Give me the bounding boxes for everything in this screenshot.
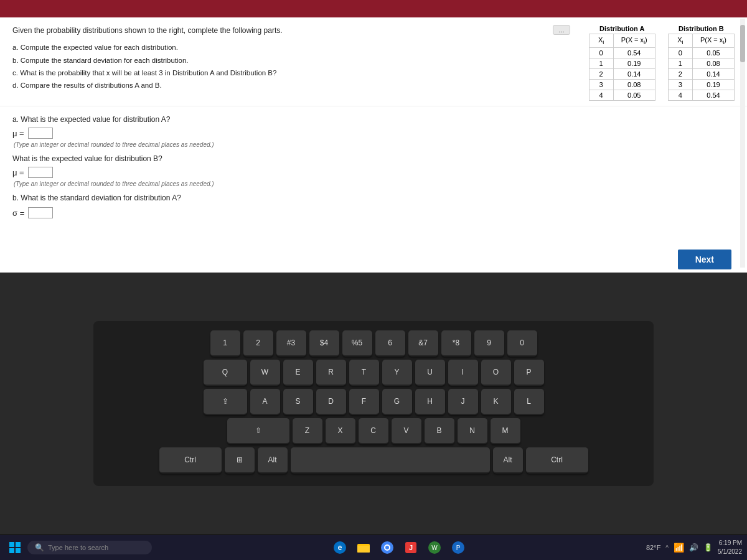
key-c[interactable]: C (359, 418, 388, 444)
hint-text-a: (Type an integer or decimal rounded to t… (14, 141, 735, 148)
key-4[interactable]: $4 (309, 330, 339, 357)
distribution-a-table: Xi P(X = xi) 0 0.54 1 0.19 (589, 34, 655, 101)
svg-point-10 (385, 546, 389, 549)
taskbar-app-icons: e J W (330, 538, 468, 558)
svg-text:P: P (456, 544, 461, 551)
key-g[interactable]: G (382, 389, 412, 415)
key-2[interactable]: 2 (243, 330, 273, 357)
sigma-label: σ = (12, 208, 24, 218)
key-j[interactable]: J (448, 389, 478, 415)
key-6[interactable]: 6 (375, 330, 405, 357)
table-row: 0 0.05 (668, 48, 734, 58)
taskbar-left: 🔍 Type here to search (5, 538, 152, 558)
qwerty-key-row: Q W E R T Y U I O P (103, 360, 644, 386)
key-a[interactable]: A (250, 389, 280, 415)
time-display: 6:19 PM 5/1/2022 (718, 539, 742, 556)
taskbar-icon-edge[interactable]: e (330, 538, 350, 558)
key-o[interactable]: O (481, 360, 511, 386)
key-0[interactable]: 0 (507, 330, 537, 357)
dist-b-x2: 2 (668, 69, 692, 80)
dist-a-x1: 1 (589, 58, 613, 69)
dist-a-p2: 0.14 (613, 69, 655, 80)
taskbar: 🔍 Type here to search e (0, 535, 747, 560)
table-row: 0 0.54 (589, 48, 655, 58)
question-b: b. What is the standard deviation for di… (12, 194, 735, 218)
key-y[interactable]: Y (382, 360, 412, 386)
key-1[interactable]: 1 (210, 330, 240, 357)
start-button[interactable] (5, 538, 25, 558)
key-u[interactable]: U (415, 360, 445, 386)
taskbar-icon-app3[interactable]: P (448, 538, 468, 558)
date-text: 5/1/2022 (718, 548, 742, 556)
key-ctrl-right[interactable]: Ctrl (526, 447, 588, 474)
key-shift-left[interactable]: ⇧ (227, 418, 289, 444)
table-row: 1 0.08 (668, 58, 734, 69)
key-f[interactable]: F (349, 389, 379, 415)
key-p[interactable]: P (514, 360, 544, 386)
table-row: 2 0.14 (589, 69, 655, 80)
key-7[interactable]: &7 (408, 330, 438, 357)
key-3[interactable]: #3 (276, 330, 306, 357)
dist-b-p2: 0.14 (692, 69, 734, 80)
key-b[interactable]: B (425, 418, 454, 444)
mu-input-b[interactable] (28, 167, 53, 178)
top-bar (0, 0, 747, 17)
key-5[interactable]: %5 (342, 330, 372, 357)
taskbar-search[interactable]: 🔍 Type here to search (27, 541, 152, 554)
mu-row-a: μ = (12, 128, 735, 139)
key-d[interactable]: D (316, 389, 346, 415)
key-8[interactable]: *8 (441, 330, 471, 357)
key-e[interactable]: E (283, 360, 313, 386)
problem-intro: Given the probability distributions show… (12, 25, 534, 37)
taskbar-icon-folder[interactable] (354, 538, 374, 558)
key-h[interactable]: H (415, 389, 445, 415)
key-l[interactable]: L (514, 389, 544, 415)
key-x[interactable]: X (326, 418, 355, 444)
keyboard: 1 2 #3 $4 %5 6 &7 *8 9 0 Q W E R T Y U I… (93, 321, 654, 486)
key-q[interactable]: Q (204, 360, 247, 386)
dist-a-p3: 0.08 (613, 80, 655, 90)
search-icon: 🔍 (35, 543, 44, 552)
key-z[interactable]: Z (293, 418, 322, 444)
dist-a-title: Distribution A (589, 25, 655, 32)
dist-b-title: Distribution B (668, 25, 735, 32)
app3-icon: P (451, 541, 465, 554)
key-k[interactable]: K (481, 389, 511, 415)
key-i[interactable]: I (448, 360, 478, 386)
dist-a-x0: 0 (589, 48, 613, 58)
key-space[interactable] (291, 447, 490, 474)
mu-input-a[interactable] (28, 128, 53, 139)
taskbar-icon-chrome[interactable] (377, 538, 397, 558)
key-m[interactable]: M (491, 418, 520, 444)
hint-text-b: (Type an integer or decimal rounded to t… (14, 180, 735, 187)
key-n[interactable]: N (458, 418, 487, 444)
key-s[interactable]: S (283, 389, 313, 415)
sigma-input[interactable] (28, 207, 53, 218)
asdf-key-row: ⇪ A S D F G H J K L (103, 389, 644, 415)
ellipsis-button[interactable]: ... (553, 25, 570, 35)
wifi-icon: 📶 (674, 543, 684, 553)
search-placeholder-text: Type here to search (48, 544, 108, 551)
next-button[interactable]: Next (678, 250, 731, 269)
table-row: 1 0.19 (589, 58, 655, 69)
key-v[interactable]: V (392, 418, 421, 444)
key-w[interactable]: W (250, 360, 280, 386)
scroll-thumb[interactable] (740, 25, 745, 62)
taskbar-icon-app2[interactable]: W (425, 538, 444, 558)
dist-a-x3: 3 (589, 80, 613, 90)
edge-icon: e (333, 541, 347, 554)
windows-icon (9, 542, 21, 553)
key-ctrl[interactable]: Ctrl (159, 447, 222, 474)
svg-text:W: W (431, 544, 438, 551)
key-t[interactable]: T (349, 360, 379, 386)
key-alt-right[interactable]: Alt (493, 447, 523, 474)
taskbar-icon-app1[interactable]: J (401, 538, 421, 558)
key-alt[interactable]: Alt (258, 447, 288, 474)
keyboard-area: 1 2 #3 $4 %5 6 &7 *8 9 0 Q W E R T Y U I… (0, 273, 747, 534)
key-9[interactable]: 9 (474, 330, 504, 357)
key-win[interactable]: ⊞ (225, 447, 255, 474)
dist-b-p0: 0.05 (692, 48, 734, 58)
key-r[interactable]: R (316, 360, 346, 386)
dist-a-p1: 0.19 (613, 58, 655, 69)
key-caps[interactable]: ⇪ (204, 389, 247, 415)
